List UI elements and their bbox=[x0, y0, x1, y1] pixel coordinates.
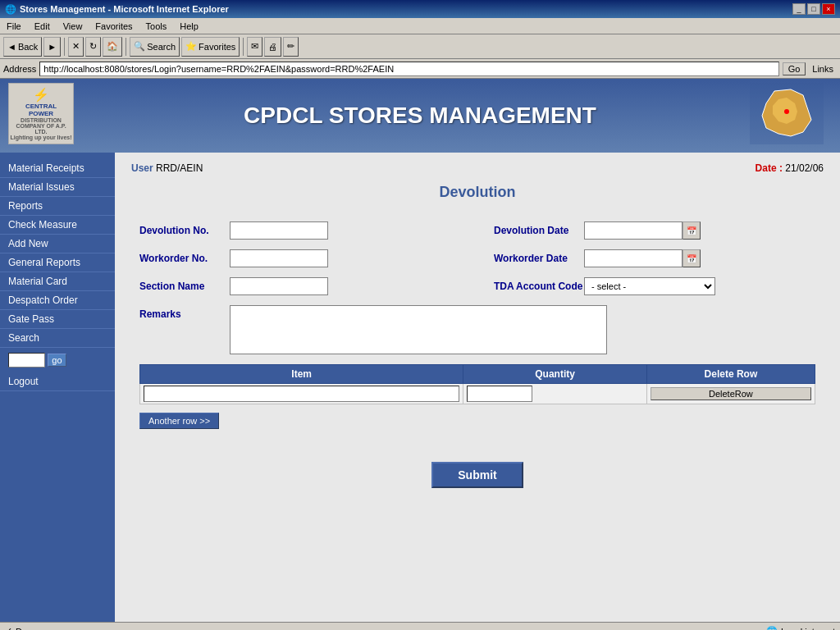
svg-point-1 bbox=[784, 109, 789, 114]
table-row: DeleteRow bbox=[140, 384, 815, 404]
title-bar: 🌐 Stores Management - Microsoft Internet… bbox=[0, 0, 840, 18]
menu-bar: File Edit View Favorites Tools Help bbox=[0, 18, 840, 34]
close-button[interactable]: × bbox=[822, 3, 835, 15]
sidebar-item-material-receipts[interactable]: Material Receipts bbox=[0, 159, 115, 178]
home-button[interactable]: 🏠 bbox=[103, 37, 122, 57]
favorites-button[interactable]: ⭐ Favorites bbox=[181, 37, 240, 57]
item-cell bbox=[140, 384, 463, 404]
status-text: Done bbox=[16, 627, 37, 631]
sidebar-search-area: go bbox=[0, 348, 115, 372]
sidebar-item-logout[interactable]: Logout bbox=[0, 372, 115, 391]
form-row-2: Workorder No. Workorder Date 📅 bbox=[139, 249, 815, 267]
go-button[interactable]: Go bbox=[783, 62, 806, 75]
devolution-date-input[interactable] bbox=[584, 221, 682, 240]
sidebar-search-button[interactable]: go bbox=[48, 354, 66, 367]
tda-account-select[interactable]: - select - bbox=[584, 277, 715, 295]
section-name-group: Section Name bbox=[139, 277, 461, 295]
form-container: Devolution No. Devolution Date 📅 Workord… bbox=[123, 213, 832, 513]
title-bar-text: 🌐 Stores Management - Microsoft Internet… bbox=[5, 4, 229, 15]
menu-tools[interactable]: Tools bbox=[143, 21, 171, 32]
remarks-label: Remarks bbox=[139, 305, 230, 320]
minimize-button[interactable]: _ bbox=[792, 3, 806, 15]
forward-button[interactable]: ► bbox=[43, 37, 61, 57]
app-title: CPDCL STORES MANAGEMENT bbox=[244, 103, 596, 129]
back-button[interactable]: ◄ Back bbox=[3, 37, 42, 57]
window-controls[interactable]: _ □ × bbox=[792, 3, 835, 15]
devolution-no-label: Devolution No. bbox=[139, 225, 230, 236]
map-image bbox=[750, 83, 824, 144]
another-row-button[interactable]: Another row >> bbox=[139, 413, 219, 429]
workorder-no-input[interactable] bbox=[230, 249, 328, 267]
links-label: Links bbox=[809, 63, 837, 75]
sidebar-item-material-issues[interactable]: Material Issues bbox=[0, 178, 115, 197]
edit-button[interactable]: ✏ bbox=[283, 37, 299, 57]
form-title: Devolution bbox=[123, 184, 832, 201]
col-delete: Delete Row bbox=[646, 365, 815, 384]
workorder-date-group: Workorder Date 📅 bbox=[494, 249, 815, 267]
sidebar-item-check-measure[interactable]: Check Measure bbox=[0, 216, 115, 235]
user-info-bar: User RRD/AEIN Date : 21/02/06 bbox=[123, 161, 832, 176]
print-button[interactable]: 🖨 bbox=[264, 37, 281, 57]
menu-file[interactable]: File bbox=[3, 21, 25, 32]
menu-edit[interactable]: Edit bbox=[31, 21, 53, 32]
address-bar: Address Go Links bbox=[0, 59, 840, 79]
date-label: Date : bbox=[756, 162, 783, 174]
tda-account-label: TDA Account Code bbox=[494, 281, 584, 292]
status-bar: ✓ Done 🌐 Local intranet bbox=[0, 622, 840, 630]
zone-text: Local intranet bbox=[781, 627, 835, 631]
status-right: 🌐 Local intranet bbox=[766, 626, 835, 630]
delete-cell: DeleteRow bbox=[646, 384, 815, 404]
workorder-date-calendar-button[interactable]: 📅 bbox=[682, 249, 701, 267]
sidebar-item-gate-pass[interactable]: Gate Pass bbox=[0, 310, 115, 329]
section-name-input[interactable] bbox=[230, 277, 328, 295]
app-header: ⚡ CENTRAL POWER DISTRIBUTION COMPANY OF … bbox=[0, 79, 840, 153]
status-left: ✓ Done bbox=[5, 626, 37, 630]
menu-favorites[interactable]: Favorites bbox=[92, 21, 135, 32]
quantity-input[interactable] bbox=[467, 386, 532, 402]
col-quantity: Quantity bbox=[463, 365, 647, 384]
col-item: Item bbox=[140, 365, 463, 384]
workorder-no-group: Workorder No. bbox=[139, 249, 461, 267]
content-area: User RRD/AEIN Date : 21/02/06 Devolution… bbox=[115, 153, 840, 622]
search-button[interactable]: 🔍 Search bbox=[130, 37, 180, 57]
submit-button[interactable]: Submit bbox=[431, 462, 523, 488]
ie-logo: 🌐 bbox=[5, 4, 16, 15]
mail-button[interactable]: ✉ bbox=[247, 37, 262, 57]
refresh-button[interactable]: ↻ bbox=[85, 37, 101, 57]
address-label: Address bbox=[3, 64, 36, 74]
address-input[interactable] bbox=[39, 62, 778, 76]
sidebar-search-input[interactable] bbox=[8, 353, 45, 368]
devolution-date-calendar-button[interactable]: 📅 bbox=[682, 221, 701, 240]
items-table: Item Quantity Delete Row DeleteRow bbox=[139, 364, 815, 404]
remarks-row: Remarks bbox=[139, 305, 815, 354]
toolbar: ◄ Back ► ✕ ↻ 🏠 🔍 Search ⭐ Favorites ✉ 🖨 … bbox=[0, 34, 840, 59]
workorder-date-input[interactable] bbox=[584, 249, 682, 267]
form-row-1: Devolution No. Devolution Date 📅 bbox=[139, 221, 815, 240]
remarks-textarea[interactable] bbox=[230, 305, 607, 354]
sidebar-item-add-new[interactable]: Add New bbox=[0, 235, 115, 253]
sidebar-item-material-card[interactable]: Material Card bbox=[0, 272, 115, 291]
workorder-date-label: Workorder Date bbox=[494, 253, 584, 264]
form-row-3: Section Name TDA Account Code - select - bbox=[139, 277, 815, 295]
devolution-date-label: Devolution Date bbox=[494, 225, 584, 236]
done-icon: ✓ bbox=[5, 626, 12, 630]
menu-help[interactable]: Help bbox=[176, 21, 202, 32]
stop-button[interactable]: ✕ bbox=[68, 37, 84, 57]
user-label: User bbox=[131, 162, 153, 174]
sidebar: Material Receipts Material Issues Report… bbox=[0, 153, 115, 622]
sidebar-item-reports[interactable]: Reports bbox=[0, 197, 115, 216]
main-layout: Material Receipts Material Issues Report… bbox=[0, 153, 840, 622]
submit-area: Submit bbox=[139, 445, 815, 504]
sidebar-item-general-reports[interactable]: General Reports bbox=[0, 253, 115, 272]
section-name-label: Section Name bbox=[139, 281, 230, 292]
menu-view[interactable]: View bbox=[60, 21, 86, 32]
delete-row-button[interactable]: DeleteRow bbox=[651, 387, 811, 400]
devolution-date-group: Devolution Date 📅 bbox=[494, 221, 815, 240]
sidebar-item-despatch-order[interactable]: Despatch Order bbox=[0, 291, 115, 310]
company-logo: ⚡ CENTRAL POWER DISTRIBUTION COMPANY OF … bbox=[8, 83, 74, 144]
maximize-button[interactable]: □ bbox=[807, 3, 820, 15]
quantity-cell bbox=[463, 384, 647, 404]
item-input[interactable] bbox=[144, 386, 459, 402]
devolution-no-input[interactable] bbox=[230, 221, 328, 240]
window-title: Stores Management - Microsoft Internet E… bbox=[20, 4, 229, 14]
